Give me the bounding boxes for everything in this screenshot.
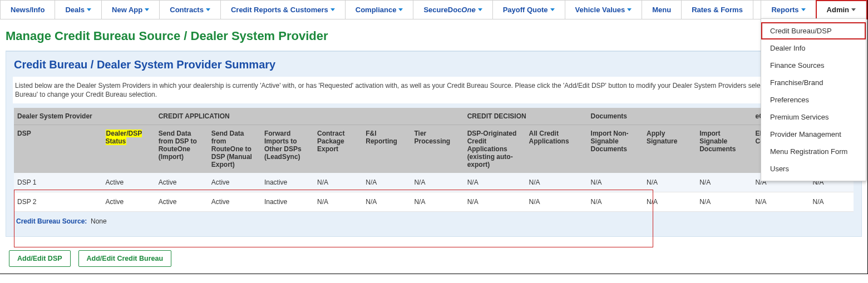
page-title: Manage Credit Bureau Source / Dealer Sys… — [6, 29, 328, 43]
nav-rates-forms[interactable]: Rates & Forms — [682, 1, 753, 19]
nav-admin[interactable]: Admin — [817, 1, 866, 18]
nav-reports[interactable]: Reports — [761, 1, 816, 19]
th-contract-pkg: Contract Package Export — [314, 125, 362, 173]
table-row: DSP 2 Active Active Active Inactive N/A … — [14, 192, 854, 212]
th-apply-sig: Apply Signature — [643, 125, 696, 173]
caret-down-icon — [478, 8, 482, 11]
nav-new-app[interactable]: New App — [102, 1, 160, 19]
admin-menu-registration-form[interactable]: Menu Registration Form — [761, 143, 866, 160]
nav-vehicle-values[interactable]: Vehicle Values — [565, 1, 643, 19]
admin-menu-franchise-brand[interactable]: Franchise/Brand — [761, 74, 866, 91]
top-nav: News/Info Deals New App Contracts Credit… — [0, 0, 867, 19]
th-status: Dealer/DSP Status — [102, 125, 155, 173]
caret-down-icon — [398, 8, 403, 11]
admin-menu-credit-bureau-dsp[interactable]: Credit Bureau/DSP — [761, 22, 866, 39]
dsp-table: Dealer System Provider CREDIT APPLICATIO… — [14, 108, 854, 212]
nav-payoff-quote[interactable]: Payoff Quote — [493, 1, 565, 19]
nav-securedoc[interactable]: SecureDocOne — [413, 1, 492, 19]
caret-down-icon — [145, 8, 149, 11]
credit-bureau-source-label: Credit Bureau Source: — [16, 217, 87, 225]
add-edit-credit-bureau-button[interactable]: Add/Edit Credit Bureau — [78, 250, 172, 267]
admin-menu-preferences[interactable]: Preferences — [761, 91, 866, 108]
th-group-credit-decision: CREDIT DECISION — [464, 108, 588, 125]
th-send-import: Send Data from DSP to RouteOne (Import) — [155, 125, 208, 173]
th-send-export: Send Data from RouteOne to DSP (Manual E… — [208, 125, 261, 173]
summary-panel: Credit Bureau / Dealer System Provider S… — [6, 51, 862, 237]
caret-down-icon — [206, 8, 210, 11]
admin-menu-dealer-info[interactable]: Dealer Info — [761, 39, 866, 57]
caret-down-icon — [627, 8, 632, 11]
panel-title: Credit Bureau / Dealer System Provider S… — [14, 58, 854, 71]
caret-down-icon — [550, 8, 555, 11]
nav-news-info[interactable]: News/Info — [1, 1, 55, 19]
th-all-credit: All Credit Applications — [526, 125, 588, 173]
caret-down-icon — [331, 8, 335, 11]
admin-menu-provider-management[interactable]: Provider Management — [761, 126, 866, 143]
nav-admin-wrap: Admin Credit Bureau/DSP Dealer Info Fina… — [816, 0, 867, 19]
admin-dropdown: Credit Bureau/DSP Dealer Info Finance So… — [761, 18, 866, 181]
caret-down-icon — [801, 8, 806, 11]
nav-compliance[interactable]: Compliance — [346, 1, 414, 19]
admin-menu-finance-sources[interactable]: Finance Sources — [761, 57, 866, 74]
th-group-dsp: Dealer System Provider — [14, 108, 155, 125]
th-fi: F&I Reporting — [362, 125, 411, 173]
panel-description: Listed below are the Dealer System Provi… — [13, 77, 855, 103]
admin-menu-users[interactable]: Users — [761, 160, 866, 177]
th-dsp-orig: DSP-Originated Credit Applications (exis… — [464, 125, 526, 173]
nav-contracts[interactable]: Contracts — [160, 1, 221, 19]
caret-down-icon — [851, 8, 856, 11]
admin-menu-premium-services[interactable]: Premium Services — [761, 108, 866, 126]
credit-bureau-source-row: Credit Bureau Source: None — [14, 212, 854, 226]
nav-credit-reports[interactable]: Credit Reports & Customers — [221, 1, 346, 19]
th-forward: Forward Imports to Other DSPs (LeadSync) — [261, 125, 314, 173]
nav-deals[interactable]: Deals — [55, 1, 102, 19]
add-edit-dsp-button[interactable]: Add/Edit DSP — [9, 250, 71, 267]
nav-menu[interactable]: Menu — [642, 1, 682, 19]
th-group-credit-app: CREDIT APPLICATION — [155, 108, 464, 125]
table-row: DSP 1 Active Active Active Inactive N/A … — [14, 173, 854, 192]
th-dsp: DSP — [14, 125, 102, 173]
th-import-sig: Import Signable Documents — [696, 125, 752, 173]
th-group-documents: Documents — [588, 108, 752, 125]
credit-bureau-source-value: None — [91, 217, 107, 225]
th-import-non: Import Non-Signable Documents — [588, 125, 643, 173]
th-tier: Tier Processing — [411, 125, 463, 173]
caret-down-icon — [87, 8, 91, 11]
